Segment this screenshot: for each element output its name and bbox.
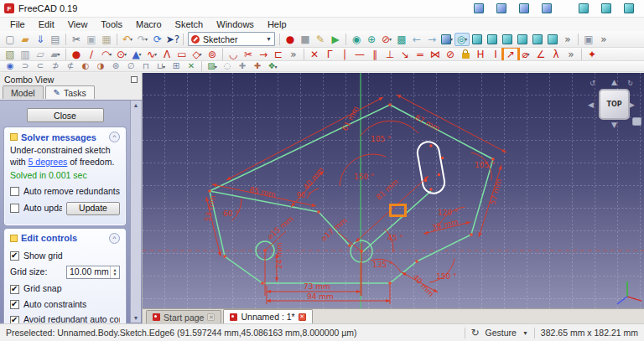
dropdown-arrow-icon[interactable]: ▾: [130, 36, 132, 42]
constraint-vertical[interactable]: |: [337, 48, 352, 61]
make-link[interactable]: [517, 2, 532, 15]
select-conflicting-constraints[interactable]: ◑: [93, 61, 108, 71]
dropdown-arrow-icon[interactable]: ▾: [124, 51, 127, 57]
toolbar-overflow[interactable]: »: [560, 33, 575, 46]
constraint-angle[interactable]: ∠: [533, 48, 548, 61]
auto-constraints-checkbox[interactable]: [10, 300, 19, 309]
constraint-horizontal[interactable]: —: [352, 48, 367, 61]
tab-unnamed-document[interactable]: Unnamed : 1* ✕: [223, 309, 312, 323]
nav-arrow-up-icon[interactable]: ▲: [611, 79, 617, 86]
create-line[interactable]: ∕: [84, 48, 99, 61]
select-elements[interactable]: ⊄: [63, 61, 78, 71]
menu-sketch[interactable]: Sketch: [169, 19, 210, 29]
solver-messages-header[interactable]: Solver messages ^: [10, 130, 120, 145]
fit-selection[interactable]: ⊕: [364, 33, 379, 46]
select-constraints[interactable]: ⊅: [48, 61, 63, 71]
navigation-cube[interactable]: ▲ ▼ ◀ ▶ ↺ ↻ TOP: [588, 79, 641, 132]
zoom-tool[interactable]: ◎▾: [454, 33, 470, 46]
close-tab-icon[interactable]: ✕: [207, 313, 215, 321]
fit-all[interactable]: ◉: [349, 33, 364, 46]
nav-back[interactable]: ←: [409, 33, 424, 46]
create-point[interactable]: ●: [69, 48, 84, 61]
dock-overlay[interactable]: ▣: [581, 33, 596, 46]
dropdown-arrow-icon[interactable]: ▾: [389, 36, 392, 42]
show-hide-circular-helper[interactable]: ✚: [235, 61, 250, 71]
import-links[interactable]: [599, 2, 614, 15]
constraint-distance[interactable]: ↗: [503, 48, 518, 61]
menu-windows[interactable]: Windows: [210, 19, 261, 29]
dropdown-arrow-icon[interactable]: ▾: [200, 51, 202, 57]
constraint-symmetric[interactable]: ⋈: [428, 48, 443, 61]
chevron-down-icon[interactable]: ▼: [522, 330, 528, 336]
close-tab-icon[interactable]: ✕: [299, 313, 306, 321]
dropdown-arrow-icon[interactable]: ▾: [154, 51, 157, 57]
nav-cube-top-face[interactable]: TOP: [599, 89, 630, 120]
create-arc[interactable]: ◠▾: [99, 48, 114, 61]
close-shape[interactable]: ⊃: [18, 61, 33, 71]
view-isometric[interactable]: [470, 33, 485, 46]
edit-controls-header[interactable]: Edit controls ^: [10, 231, 120, 246]
create-rectangle[interactable]: ▭: [174, 48, 190, 61]
dof-link[interactable]: 5 degrees: [29, 157, 68, 167]
constraint-diameter[interactable]: ⌀▾: [518, 48, 533, 61]
make-sub-link[interactable]: [539, 2, 554, 15]
macro-edit[interactable]: ✎: [313, 33, 328, 46]
whats-this[interactable]: ➤?: [165, 33, 180, 46]
menu-edit[interactable]: Edit: [32, 19, 61, 29]
constraint-tangent[interactable]: ↘: [397, 48, 413, 61]
dropdown-arrow-icon[interactable]: ▾: [527, 51, 530, 57]
auto-remove-redundants-checkbox[interactable]: [10, 187, 19, 196]
nav-mini-cube-icon[interactable]: [632, 117, 641, 126]
sketch-canvas[interactable]: 85 mm 61 mm 67 mm 105 ° 105 ° 150 ° 60 °…: [143, 73, 644, 308]
toggle-virtual-space[interactable]: ❖▾: [265, 61, 280, 71]
paste[interactable]: ▦: [99, 33, 114, 46]
create-polygon[interactable]: ◇▾: [190, 48, 205, 61]
navigation-style-selector[interactable]: Gesture: [486, 328, 517, 338]
create-fillet[interactable]: ◡: [226, 48, 241, 61]
constraint-block[interactable]: ⊘: [443, 48, 458, 61]
constraint-parallel[interactable]: ∥: [367, 48, 382, 61]
update-button[interactable]: Update: [66, 202, 120, 215]
macro-stop[interactable]: ■: [298, 33, 313, 46]
create-slot[interactable]: ⊚: [205, 48, 220, 61]
dropdown-arrow-icon[interactable]: ▾: [139, 51, 142, 57]
create-conic[interactable]: ▲▾: [129, 48, 144, 61]
scroll-down-icon[interactable]: ▼: [133, 315, 139, 321]
create-group[interactable]: [494, 2, 509, 15]
constraint-equal[interactable]: =: [413, 48, 428, 61]
workbench-selector[interactable]: Sketcher▼: [188, 32, 275, 46]
constraint-lock[interactable]: [458, 48, 473, 61]
dropdown-arrow-icon[interactable]: ▾: [58, 51, 60, 57]
constraint-horizontal-distance[interactable]: H: [473, 48, 488, 61]
dropdown-arrow-icon[interactable]: ▾: [215, 64, 217, 70]
macro-record[interactable]: ●: [283, 33, 298, 46]
select-vertical-axis[interactable]: ⊔▾: [153, 61, 169, 71]
symmetry-tool[interactable]: ⊞: [169, 61, 184, 71]
dropdown-arrow-icon[interactable]: ▾: [109, 51, 112, 57]
tab-start-page[interactable]: Start page ✕: [146, 310, 221, 323]
constraint-perpendicular[interactable]: ⊥: [382, 48, 397, 61]
toolbar-overflow-2[interactable]: »: [596, 33, 611, 46]
print[interactable]: ▤: [48, 33, 63, 46]
restore-internal-geometry[interactable]: ⊛: [108, 61, 123, 71]
close-button[interactable]: Close: [27, 108, 104, 122]
axonometric-view[interactable]: ▾: [439, 33, 454, 46]
auto-update-checkbox[interactable]: [10, 204, 19, 213]
dropdown-arrow-icon[interactable]: ▾: [145, 36, 148, 42]
select-redundant-constraints[interactable]: ◐: [78, 61, 93, 71]
external-geometry[interactable]: ⊏: [271, 48, 286, 61]
collapse-icon[interactable]: ^: [109, 233, 120, 244]
constraint-vertical-distance[interactable]: I: [488, 48, 503, 61]
trim-edge[interactable]: ✂: [241, 48, 256, 61]
cut[interactable]: ✂: [69, 33, 84, 46]
refresh[interactable]: ⟳: [150, 33, 165, 46]
float-panel-icon[interactable]: [131, 76, 138, 83]
nav-arrow-down-icon[interactable]: ▼: [611, 121, 617, 129]
nav-rotate-cw-icon[interactable]: ↻: [627, 80, 633, 87]
leave-sketch[interactable]: ▧: [3, 48, 18, 61]
nav-arrow-right-icon[interactable]: ▶: [629, 101, 635, 109]
view-right[interactable]: [515, 33, 530, 46]
macro-execute[interactable]: ▶: [328, 33, 343, 46]
create-circle[interactable]: ⊙▾: [114, 48, 129, 61]
toggle-construction-geometry[interactable]: ▨▾: [205, 61, 220, 71]
